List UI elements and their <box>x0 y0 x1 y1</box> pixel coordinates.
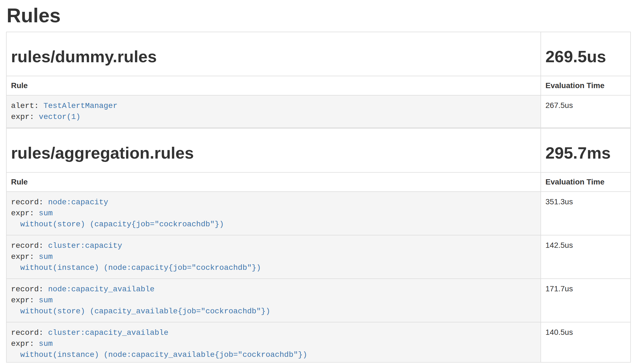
rule-file-cell: rules/dummy.rules <box>6 32 541 76</box>
rule-definition-line: expr: sum <box>11 251 536 262</box>
rules-page: Rules rules/dummy.rules269.5usRuleEvalua… <box>0 4 638 363</box>
column-header-row: RuleEvaluation Time <box>6 76 631 95</box>
rule-link[interactable]: sum <box>39 209 53 218</box>
rule-keyword: expr: <box>11 113 39 121</box>
rule-keyword: record: <box>11 285 48 294</box>
rule-cell: record: cluster:capacityexpr: sum withou… <box>6 235 541 279</box>
table-row: record: node:capacity_availableexpr: sum… <box>6 279 631 322</box>
rule-link[interactable]: TestAlertManager <box>44 102 118 110</box>
rule-link[interactable]: vector(1) <box>39 113 80 121</box>
group-evaluation-total-cell: 295.7ms <box>541 128 631 172</box>
rule-link[interactable]: sum <box>39 296 53 305</box>
rule-link[interactable]: without(store) (capacity_available{job="… <box>11 307 270 316</box>
evaluation-time-cell: 267.5us <box>541 95 631 128</box>
rule-definition: record: node:capacityexpr: sum without(s… <box>11 197 536 230</box>
rule-group-table: rules/dummy.rules269.5usRuleEvaluation T… <box>6 32 631 128</box>
rule-definition-line: expr: sum <box>11 208 536 219</box>
rule-definition: record: cluster:capacityexpr: sum withou… <box>11 240 536 273</box>
page-title: Rules <box>7 4 631 27</box>
evaluation-time-cell: 140.5us <box>541 322 631 362</box>
rule-file-cell: rules/aggregation.rules <box>6 128 541 172</box>
rule-file-name: rules/aggregation.rules <box>11 144 536 162</box>
rule-cell: alert: TestAlertManagerexpr: vector(1) <box>6 95 541 128</box>
evaluation-time-cell: 142.5us <box>541 235 631 279</box>
rule-link[interactable]: sum <box>39 339 53 348</box>
rule-link[interactable]: without(instance) (node:capacity{job="co… <box>11 264 261 272</box>
rule-definition-line: expr: sum <box>11 338 536 349</box>
rule-definition-line: alert: TestAlertManager <box>11 100 536 112</box>
group-evaluation-total: 295.7ms <box>545 144 626 162</box>
table-row: record: node:capacityexpr: sum without(s… <box>6 192 631 235</box>
rule-definition-line: record: node:capacity_available <box>11 284 536 295</box>
rule-group-table: rules/aggregation.rules295.7msRuleEvalua… <box>6 128 631 363</box>
rule-definition: record: node:capacity_availableexpr: sum… <box>11 284 536 317</box>
rule-keyword: record: <box>11 328 48 337</box>
rule-definition-line: expr: vector(1) <box>11 112 536 123</box>
table-row: record: cluster:capacityexpr: sum withou… <box>6 235 631 279</box>
rule-definition-line: without(instance) (node:capacity{job="co… <box>11 262 536 273</box>
rule-definition-line: expr: sum <box>11 295 536 306</box>
rule-definition-line: without(store) (capacity_available{job="… <box>11 306 536 317</box>
rule-definition-line: record: cluster:capacity_available <box>11 327 536 338</box>
rule-link[interactable]: cluster:capacity <box>48 241 122 250</box>
column-header-evaluation-time: Evaluation Time <box>541 172 631 192</box>
evaluation-time-cell: 171.7us <box>541 279 631 322</box>
rule-definition-line: record: node:capacity <box>11 197 536 208</box>
rule-definition-line: without(instance) (node:capacity_availab… <box>11 349 536 360</box>
rule-definition-line: without(store) (capacity{job="cockroachd… <box>11 219 536 230</box>
rule-keyword: record: <box>11 241 48 250</box>
rule-keyword: record: <box>11 198 48 207</box>
rule-groups: rules/dummy.rules269.5usRuleEvaluation T… <box>6 32 631 363</box>
rule-definition-line: record: cluster:capacity <box>11 240 536 251</box>
rule-keyword: alert: <box>11 102 44 110</box>
rule-link[interactable]: cluster:capacity_available <box>48 328 168 337</box>
rule-cell: record: node:capacity_availableexpr: sum… <box>6 279 541 322</box>
rule-link[interactable]: without(store) (capacity{job="cockroachd… <box>11 220 224 229</box>
rule-keyword: expr: <box>11 339 39 348</box>
group-evaluation-total-cell: 269.5us <box>541 32 631 76</box>
table-row: record: cluster:capacity_availableexpr: … <box>6 322 631 362</box>
rule-definition: alert: TestAlertManagerexpr: vector(1) <box>11 100 536 123</box>
table-row: alert: TestAlertManagerexpr: vector(1)26… <box>6 95 631 128</box>
rule-file-row: rules/dummy.rules269.5us <box>6 32 631 76</box>
column-header-rule: Rule <box>6 172 541 192</box>
column-header-row: RuleEvaluation Time <box>6 172 631 192</box>
rule-cell: record: cluster:capacity_availableexpr: … <box>6 322 541 362</box>
rule-keyword: expr: <box>11 209 39 218</box>
rule-keyword: expr: <box>11 252 39 261</box>
rule-link[interactable]: node:capacity <box>48 198 108 207</box>
rule-link[interactable]: node:capacity_available <box>48 285 154 294</box>
column-header-rule: Rule <box>6 76 541 95</box>
evaluation-time-cell: 351.3us <box>541 192 631 235</box>
rule-link[interactable]: sum <box>39 252 53 261</box>
rule-link[interactable]: without(instance) (node:capacity_availab… <box>11 351 307 359</box>
rule-cell: record: node:capacityexpr: sum without(s… <box>6 192 541 235</box>
group-evaluation-total: 269.5us <box>545 48 626 66</box>
rule-file-row: rules/aggregation.rules295.7ms <box>6 128 631 172</box>
column-header-evaluation-time: Evaluation Time <box>541 76 631 95</box>
rule-file-name: rules/dummy.rules <box>11 48 536 66</box>
rule-keyword: expr: <box>11 296 39 305</box>
rule-definition: record: cluster:capacity_availableexpr: … <box>11 327 536 360</box>
